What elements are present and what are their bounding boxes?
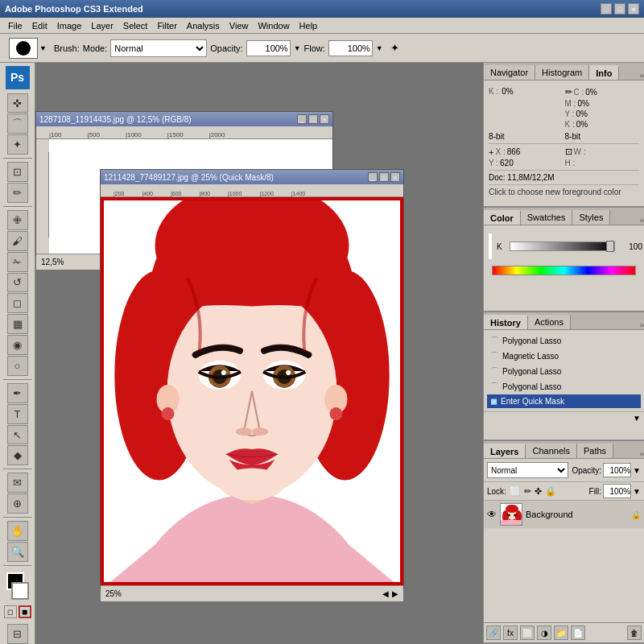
nav-panel-expand[interactable]: » bbox=[640, 72, 644, 80]
eraser-tool[interactable]: ◻ bbox=[7, 293, 28, 313]
history-item-2[interactable]: ⌒ Polygonal Lasso bbox=[487, 364, 641, 379]
k-slider[interactable] bbox=[510, 242, 615, 251]
tab-info[interactable]: Info bbox=[589, 65, 619, 80]
quick-mask-btn[interactable]: ◼ bbox=[19, 605, 31, 618]
fill-input[interactable] bbox=[603, 484, 631, 498]
image-window-1-title[interactable]: 1287108_11914435.jpg @ 12,5% (RGB/8) _ □… bbox=[36, 112, 332, 126]
pen-tool[interactable]: ✒ bbox=[7, 383, 28, 403]
history-item-1[interactable]: ⌒ Magnetic Lasso bbox=[487, 349, 641, 364]
menu-filter[interactable]: Filter bbox=[152, 19, 181, 32]
history-brush-tool[interactable]: ↺ bbox=[7, 273, 28, 293]
opacity-arrow[interactable]: ▼ bbox=[294, 44, 301, 52]
eyedropper-tool[interactable]: ✏ bbox=[7, 183, 28, 203]
history-item-4[interactable]: ◼ Enter Quick Mask bbox=[487, 394, 641, 408]
opacity-input[interactable] bbox=[246, 40, 291, 56]
path-select-tool[interactable]: ↖ bbox=[7, 425, 28, 445]
tab-histogram[interactable]: Histogram bbox=[535, 65, 589, 80]
tab-color[interactable]: Color bbox=[484, 210, 521, 225]
tab-styles[interactable]: Styles bbox=[572, 210, 610, 225]
image-window-2-title[interactable]: 1211428_77489127.jpg @ 25% (Quick Mask/8… bbox=[101, 170, 403, 184]
layer-link-btn[interactable]: 🔗 bbox=[486, 625, 501, 640]
image-window-2-controls[interactable]: _ □ × bbox=[368, 172, 400, 182]
layer-item-background[interactable]: 👁 bbox=[484, 501, 644, 529]
scroll-left-btn[interactable]: ◀ bbox=[382, 589, 389, 598]
color-preview-box[interactable] bbox=[489, 233, 492, 259]
minimize-button[interactable]: _ bbox=[601, 3, 612, 14]
img-win-1-maximize[interactable]: □ bbox=[308, 114, 318, 124]
hand-tool[interactable]: ✋ bbox=[7, 521, 28, 541]
brush-tool active[interactable]: 🖌 bbox=[7, 231, 28, 251]
tab-navigator[interactable]: Navigator bbox=[484, 65, 535, 80]
gradient-tool[interactable]: ▦ bbox=[7, 314, 28, 334]
menu-window[interactable]: Window bbox=[253, 19, 294, 32]
menu-help[interactable]: Help bbox=[295, 19, 323, 32]
flow-input[interactable] bbox=[328, 40, 373, 56]
menu-edit[interactable]: Edit bbox=[27, 19, 52, 32]
blur-tool[interactable]: ◉ bbox=[7, 335, 28, 355]
screen-mode-btn[interactable]: ⊟ bbox=[7, 624, 28, 644]
menu-select[interactable]: Select bbox=[118, 19, 153, 32]
healing-tool[interactable]: ✙ bbox=[7, 210, 28, 230]
img-win-1-close[interactable]: × bbox=[320, 114, 329, 124]
layer-opacity-arrow[interactable]: ▼ bbox=[633, 466, 641, 475]
layer-visibility-icon[interactable]: 👁 bbox=[487, 509, 497, 520]
tab-swatches[interactable]: Swatches bbox=[521, 210, 573, 225]
img-win-1-minimize[interactable]: _ bbox=[297, 114, 307, 124]
img-win-2-close[interactable]: × bbox=[390, 172, 400, 182]
background-color[interactable] bbox=[11, 582, 29, 600]
image-window-2[interactable]: 1211428_77489127.jpg @ 25% (Quick Mask/8… bbox=[100, 169, 404, 589]
zoom-tool[interactable]: 🔍 bbox=[7, 542, 28, 562]
lock-image-icon[interactable]: ✏ bbox=[524, 486, 531, 497]
maximize-button[interactable]: □ bbox=[614, 3, 625, 14]
lock-position-icon[interactable]: ✜ bbox=[535, 486, 542, 497]
menu-file[interactable]: File bbox=[3, 19, 27, 32]
img-win-2-minimize[interactable]: _ bbox=[368, 172, 378, 182]
img-win-2-maximize[interactable]: □ bbox=[379, 172, 389, 182]
scroll-right-btn[interactable]: ▶ bbox=[392, 589, 398, 598]
window-controls[interactable]: _ □ × bbox=[601, 3, 639, 14]
fill-arrow[interactable]: ▼ bbox=[633, 487, 641, 496]
lasso-tool[interactable]: ⌒ bbox=[7, 114, 28, 134]
move-tool[interactable]: ✜ bbox=[7, 93, 28, 114]
crop-tool[interactable]: ⊡ bbox=[7, 162, 28, 182]
close-button[interactable]: × bbox=[628, 3, 639, 14]
color-spectrum-bar[interactable] bbox=[492, 266, 636, 275]
tab-history[interactable]: History bbox=[484, 315, 528, 329]
history-item-3[interactable]: ⌒ Polygonal Lasso bbox=[487, 379, 641, 394]
tab-paths[interactable]: Paths bbox=[577, 444, 613, 458]
notes-tool[interactable]: ✉ bbox=[7, 473, 28, 493]
tab-actions[interactable]: Actions bbox=[528, 315, 571, 329]
menu-analysis[interactable]: Analysis bbox=[182, 19, 225, 32]
layer-new-btn[interactable]: 📄 bbox=[571, 625, 585, 640]
mode-select[interactable]: Normal bbox=[110, 39, 207, 57]
layer-mask-btn[interactable]: ⬜ bbox=[520, 625, 535, 640]
history-panel-expand[interactable]: » bbox=[640, 321, 644, 329]
layer-adjust-btn[interactable]: ◑ bbox=[537, 625, 551, 640]
airbrush-toggle[interactable]: ✦ bbox=[386, 39, 403, 56]
menu-view[interactable]: View bbox=[225, 19, 254, 32]
layer-delete-btn[interactable]: 🗑 bbox=[627, 625, 642, 640]
layer-group-btn[interactable]: 📁 bbox=[554, 625, 568, 640]
image-window-1-controls[interactable]: _ □ × bbox=[297, 114, 329, 124]
layer-opacity-input[interactable] bbox=[603, 463, 631, 477]
scroll-controls[interactable]: ◀ ▶ bbox=[382, 589, 398, 598]
shape-tool[interactable]: ◆ bbox=[7, 445, 28, 465]
layer-mode-select[interactable]: Normal bbox=[487, 462, 568, 478]
lock-all-icon[interactable]: 🔒 bbox=[545, 486, 556, 497]
history-scroll-down[interactable]: ▼ bbox=[633, 414, 641, 423]
tab-layers[interactable]: Layers bbox=[484, 444, 526, 458]
magic-wand-tool[interactable]: ✦ bbox=[7, 134, 28, 155]
layer-fx-btn[interactable]: fx bbox=[503, 625, 518, 640]
menu-layer[interactable]: Layer bbox=[86, 19, 118, 32]
layers-panel-expand[interactable]: » bbox=[640, 450, 644, 458]
flow-arrow[interactable]: ▼ bbox=[376, 44, 383, 52]
tab-channels[interactable]: Channels bbox=[526, 444, 576, 458]
type-tool[interactable]: T bbox=[7, 404, 28, 424]
color-panel-expand[interactable]: » bbox=[640, 217, 644, 225]
standard-mode-btn[interactable]: ◻ bbox=[4, 605, 17, 618]
clone-stamp-tool[interactable]: ✁ bbox=[7, 252, 28, 272]
eyedropper2-tool[interactable]: ⊕ bbox=[7, 493, 28, 514]
lock-transparent-icon[interactable]: ⬜ bbox=[510, 486, 521, 497]
history-item-0[interactable]: ⌒ Polygonal Lasso bbox=[487, 333, 641, 349]
brush-selector[interactable]: ▼ bbox=[5, 35, 51, 61]
